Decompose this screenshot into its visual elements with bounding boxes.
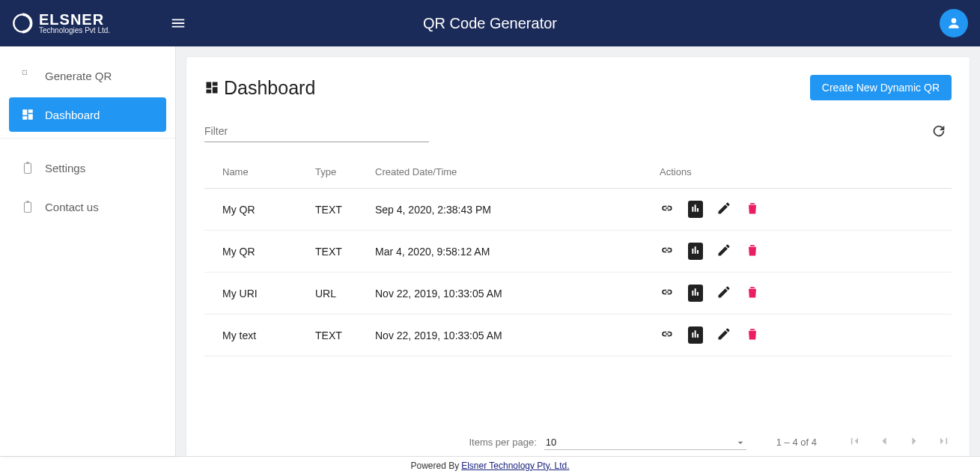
person-icon	[946, 16, 961, 31]
prev-page-button[interactable]	[877, 434, 892, 451]
logo-text: ELSNER	[39, 12, 110, 27]
cell-type: TEXT	[309, 231, 369, 273]
trash-icon	[745, 285, 760, 302]
link-icon	[660, 243, 675, 260]
chevron-right-icon	[907, 434, 922, 449]
sidebar-divider	[0, 138, 175, 139]
stats-action[interactable]	[688, 326, 703, 344]
qr-icon	[21, 69, 34, 82]
sidebar-item-dashboard[interactable]: Dashboard	[9, 97, 166, 132]
create-dynamic-qr-button[interactable]: Create New Dynamic QR	[810, 75, 952, 100]
pencil-icon	[716, 326, 731, 344]
delete-action[interactable]	[745, 201, 760, 218]
cell-type: TEXT	[309, 315, 369, 356]
sidebar-item-label: Generate QR	[45, 70, 112, 82]
user-avatar[interactable]	[940, 9, 968, 37]
link-icon	[660, 201, 675, 218]
chevron-down-icon	[734, 437, 746, 449]
edit-action[interactable]	[716, 285, 731, 302]
app-title: QR Code Generator	[423, 15, 557, 32]
refresh-icon	[931, 123, 947, 139]
cell-date: Sep 4, 2020, 2:38:43 PM	[369, 189, 654, 231]
workspace[interactable]: Dashboard Create New Dynamic QR Name Typ…	[176, 46, 980, 456]
stats-action[interactable]	[688, 285, 703, 302]
paginator-range: 1 – 4 of 4	[776, 437, 817, 448]
cell-date: Nov 22, 2019, 10:33:05 AM	[369, 273, 654, 315]
link-icon	[660, 326, 675, 344]
bar-chart-icon	[690, 286, 701, 300]
link-action[interactable]	[660, 243, 675, 260]
table-row: My QRTEXTSep 4, 2020, 2:38:43 PM	[204, 189, 952, 231]
link-action[interactable]	[660, 285, 675, 302]
col-type: Type	[309, 157, 369, 189]
col-date: Created Date/Time	[369, 157, 654, 189]
sidebar-item-settings[interactable]: Settings	[9, 151, 166, 185]
logo-subtext: Technologies Pvt Ltd.	[39, 27, 110, 34]
first-page-icon	[847, 434, 862, 449]
bar-chart-icon	[690, 328, 701, 342]
stats-action[interactable]	[688, 243, 703, 260]
footer: Powered By Elsner Technology Pty. Ltd.	[0, 456, 980, 474]
col-name: Name	[204, 157, 309, 189]
cell-type: TEXT	[309, 189, 369, 231]
pencil-icon	[716, 201, 731, 218]
stats-action[interactable]	[688, 201, 703, 218]
cell-actions	[654, 189, 952, 231]
table-row: My textTEXTNov 22, 2019, 10:33:05 AM	[204, 315, 952, 356]
footer-link[interactable]: Elsner Technology Pty. Ltd.	[461, 461, 569, 471]
link-action[interactable]	[660, 201, 675, 218]
items-per-page-value: 10	[544, 435, 746, 449]
first-page-button[interactable]	[847, 434, 862, 451]
brand-logo: ELSNER Technologies Pvt Ltd.	[12, 12, 110, 34]
cell-date: Nov 22, 2019, 10:33:05 AM	[369, 315, 654, 356]
cell-actions	[654, 273, 952, 315]
pencil-icon	[716, 285, 731, 302]
filter-input[interactable]	[204, 121, 429, 142]
top-bar: ELSNER Technologies Pvt Ltd. QR Code Gen…	[0, 0, 980, 46]
cell-actions	[654, 231, 952, 273]
sidebar-item-label: Dashboard	[45, 109, 100, 121]
link-icon	[660, 285, 675, 302]
edit-action[interactable]	[716, 201, 731, 218]
dashboard-icon	[21, 108, 34, 121]
clipboard-icon	[21, 200, 34, 213]
paginator: Items per page: 10 1 – 4 of 4	[204, 434, 952, 451]
delete-action[interactable]	[745, 285, 760, 302]
qr-table: Name Type Created Date/Time Actions My Q…	[204, 157, 952, 356]
bar-chart-icon	[690, 202, 701, 216]
cell-name: My QR	[204, 231, 309, 273]
last-page-icon	[937, 434, 952, 449]
cell-name: My URI	[204, 273, 309, 315]
svg-rect-2	[25, 73, 25, 73]
delete-action[interactable]	[745, 326, 760, 344]
cell-name: My QR	[204, 189, 309, 231]
next-page-button[interactable]	[907, 434, 922, 451]
sidebar-item-label: Settings	[45, 162, 85, 174]
table-row: My URIURLNov 22, 2019, 10:33:05 AM	[204, 273, 952, 315]
cell-actions	[654, 315, 952, 356]
items-per-page-select[interactable]: 10	[544, 435, 746, 450]
clipboard-icon	[21, 161, 34, 174]
delete-action[interactable]	[745, 243, 760, 260]
refresh-button[interactable]	[931, 123, 947, 142]
trash-icon	[745, 201, 760, 218]
page-title: Dashboard	[204, 77, 315, 99]
last-page-button[interactable]	[937, 434, 952, 451]
trash-icon	[745, 326, 760, 344]
edit-action[interactable]	[716, 243, 731, 260]
trash-icon	[745, 243, 760, 260]
footer-text: Powered By	[410, 461, 459, 471]
bar-chart-icon	[690, 244, 701, 258]
sidebar: Generate QR Dashboard Settings Contact u…	[0, 46, 176, 456]
filter-field	[204, 121, 429, 142]
page-title-text: Dashboard	[224, 77, 315, 99]
cell-date: Mar 4, 2020, 9:58:12 AM	[369, 231, 654, 273]
cell-name: My text	[204, 315, 309, 356]
items-per-page-label: Items per page:	[469, 437, 536, 448]
menu-icon[interactable]	[170, 15, 186, 31]
sidebar-item-contact[interactable]: Contact us	[9, 189, 166, 224]
sidebar-item-generate-qr[interactable]: Generate QR	[9, 58, 166, 93]
edit-action[interactable]	[716, 326, 731, 344]
col-actions: Actions	[654, 157, 952, 189]
link-action[interactable]	[660, 326, 675, 344]
